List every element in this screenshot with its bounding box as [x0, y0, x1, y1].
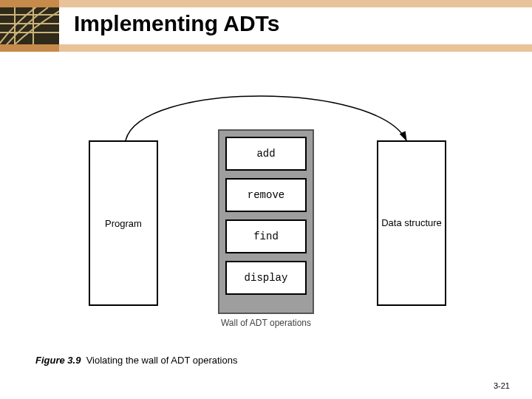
adt-diagram: Program add remove find display Wall of …: [89, 96, 443, 318]
header-accent-bottom: [0, 44, 532, 52]
op-display: display: [225, 261, 307, 295]
data-structure-label: Data structure: [381, 217, 442, 230]
figure-number: Figure 3.9: [35, 355, 81, 366]
wall-caption: Wall of ADT operations: [196, 318, 336, 328]
wall-of-operations: add remove find display: [218, 129, 314, 314]
page-number: 3-21: [494, 381, 510, 390]
program-box: Program: [89, 140, 158, 306]
op-remove: remove: [225, 178, 307, 212]
figure-caption: Figure 3.9 Violating the wall of ADT ope…: [35, 355, 237, 366]
figure-text: Violating the wall of ADT operations: [86, 355, 238, 366]
header-accent-top: [0, 0, 532, 7]
slide-title: Implementing ADTs: [74, 11, 279, 36]
logo-image: [0, 7, 59, 44]
program-label: Program: [105, 218, 142, 229]
slide-header: Implementing ADTs: [0, 0, 532, 52]
data-structure-box: Data structure: [377, 140, 446, 306]
op-find: find: [225, 219, 307, 253]
op-add: add: [225, 137, 307, 171]
